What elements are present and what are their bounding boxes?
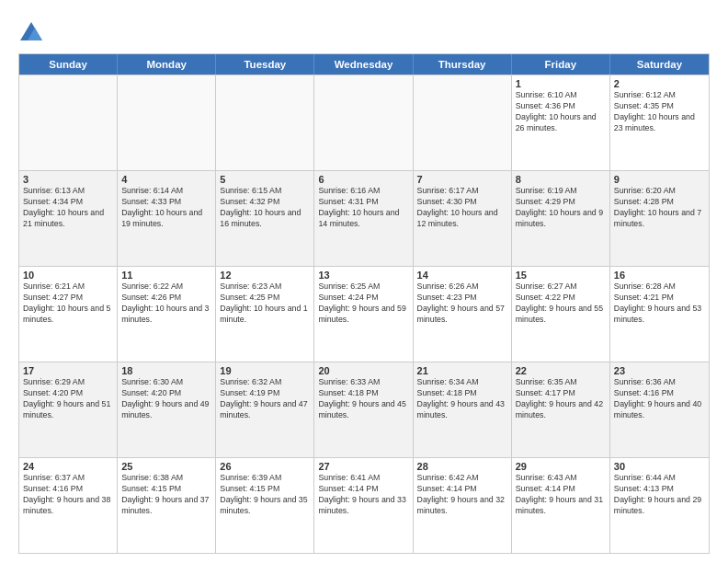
day-number: 23 (614, 365, 705, 376)
calendar-cell-2-4: 14Sunrise: 6:26 AMSunset: 4:23 PMDayligh… (414, 267, 512, 362)
day-info: Sunrise: 6:17 AMSunset: 4:30 PMDaylight:… (417, 186, 507, 230)
calendar-row-1: 3Sunrise: 6:13 AMSunset: 4:34 PMDaylight… (19, 170, 709, 266)
header-day-wednesday: Wednesday (314, 54, 413, 75)
day-number: 17 (23, 365, 113, 376)
logo-icon (18, 20, 44, 46)
calendar-cell-3-1: 18Sunrise: 6:30 AMSunset: 4:20 PMDayligh… (118, 362, 216, 457)
day-number: 27 (318, 461, 408, 472)
calendar-cell-0-1 (118, 75, 216, 170)
day-number: 22 (516, 365, 606, 376)
calendar-cell-4-4: 28Sunrise: 6:42 AMSunset: 4:14 PMDayligh… (414, 458, 512, 553)
day-info: Sunrise: 6:14 AMSunset: 4:33 PMDaylight:… (121, 186, 211, 230)
day-number: 12 (220, 270, 310, 281)
day-number: 5 (220, 174, 310, 185)
day-number: 13 (318, 270, 408, 281)
calendar-cell-3-0: 17Sunrise: 6:29 AMSunset: 4:20 PMDayligh… (19, 362, 118, 457)
day-info: Sunrise: 6:12 AMSunset: 4:35 PMDaylight:… (614, 90, 705, 134)
day-number: 21 (417, 365, 507, 376)
calendar-cell-3-4: 21Sunrise: 6:34 AMSunset: 4:18 PMDayligh… (414, 362, 512, 457)
calendar-row-3: 17Sunrise: 6:29 AMSunset: 4:20 PMDayligh… (19, 362, 709, 457)
calendar-cell-2-1: 11Sunrise: 6:22 AMSunset: 4:26 PMDayligh… (118, 267, 216, 362)
calendar-cell-0-0 (19, 75, 118, 170)
calendar-cell-0-4 (414, 75, 512, 170)
day-number: 24 (23, 461, 113, 472)
header (18, 17, 710, 46)
day-number: 4 (121, 174, 211, 185)
day-number: 28 (417, 461, 507, 472)
calendar-cell-4-6: 30Sunrise: 6:44 AMSunset: 4:13 PMDayligh… (610, 458, 709, 553)
calendar-body: 1Sunrise: 6:10 AMSunset: 4:36 PMDaylight… (19, 75, 709, 553)
day-number: 16 (614, 270, 705, 281)
day-info: Sunrise: 6:28 AMSunset: 4:21 PMDaylight:… (614, 282, 705, 326)
day-number: 3 (23, 174, 113, 185)
day-number: 11 (121, 270, 211, 281)
page: SundayMondayTuesdayWednesdayThursdayFrid… (0, 0, 728, 563)
day-info: Sunrise: 6:26 AMSunset: 4:23 PMDaylight:… (417, 282, 507, 326)
calendar-cell-4-5: 29Sunrise: 6:43 AMSunset: 4:14 PMDayligh… (512, 458, 610, 553)
day-info: Sunrise: 6:32 AMSunset: 4:19 PMDaylight:… (220, 377, 310, 421)
calendar-cell-1-1: 4Sunrise: 6:14 AMSunset: 4:33 PMDaylight… (118, 171, 216, 266)
day-info: Sunrise: 6:35 AMSunset: 4:17 PMDaylight:… (516, 377, 606, 421)
calendar-cell-0-3 (314, 75, 413, 170)
day-info: Sunrise: 6:10 AMSunset: 4:36 PMDaylight:… (516, 90, 606, 134)
day-number: 14 (417, 270, 507, 281)
day-info: Sunrise: 6:15 AMSunset: 4:32 PMDaylight:… (220, 186, 310, 230)
calendar-cell-2-6: 16Sunrise: 6:28 AMSunset: 4:21 PMDayligh… (610, 267, 709, 362)
calendar-cell-3-3: 20Sunrise: 6:33 AMSunset: 4:18 PMDayligh… (314, 362, 413, 457)
calendar-cell-1-5: 8Sunrise: 6:19 AMSunset: 4:29 PMDaylight… (512, 171, 610, 266)
calendar-cell-3-6: 23Sunrise: 6:36 AMSunset: 4:16 PMDayligh… (610, 362, 709, 457)
calendar-cell-3-2: 19Sunrise: 6:32 AMSunset: 4:19 PMDayligh… (216, 362, 314, 457)
day-number: 30 (614, 461, 705, 472)
calendar-cell-2-0: 10Sunrise: 6:21 AMSunset: 4:27 PMDayligh… (19, 267, 118, 362)
day-number: 10 (23, 270, 113, 281)
day-info: Sunrise: 6:34 AMSunset: 4:18 PMDaylight:… (417, 377, 507, 421)
calendar: SundayMondayTuesdayWednesdayThursdayFrid… (18, 53, 710, 554)
header-day-tuesday: Tuesday (216, 54, 314, 75)
header-day-saturday: Saturday (610, 54, 709, 75)
calendar-cell-0-5: 1Sunrise: 6:10 AMSunset: 4:36 PMDaylight… (512, 75, 610, 170)
day-number: 25 (121, 461, 211, 472)
day-info: Sunrise: 6:42 AMSunset: 4:14 PMDaylight:… (417, 473, 507, 517)
header-day-monday: Monday (118, 54, 216, 75)
calendar-cell-1-2: 5Sunrise: 6:15 AMSunset: 4:32 PMDaylight… (216, 171, 314, 266)
calendar-cell-0-2 (216, 75, 314, 170)
calendar-row-2: 10Sunrise: 6:21 AMSunset: 4:27 PMDayligh… (19, 266, 709, 362)
day-info: Sunrise: 6:29 AMSunset: 4:20 PMDaylight:… (23, 377, 113, 421)
day-info: Sunrise: 6:21 AMSunset: 4:27 PMDaylight:… (23, 282, 113, 326)
day-number: 6 (318, 174, 408, 185)
day-info: Sunrise: 6:41 AMSunset: 4:14 PMDaylight:… (318, 473, 408, 517)
day-number: 26 (220, 461, 310, 472)
day-info: Sunrise: 6:22 AMSunset: 4:26 PMDaylight:… (121, 282, 211, 326)
calendar-cell-1-0: 3Sunrise: 6:13 AMSunset: 4:34 PMDaylight… (19, 171, 118, 266)
header-day-sunday: Sunday (19, 54, 118, 75)
day-number: 2 (614, 78, 705, 89)
calendar-row-0: 1Sunrise: 6:10 AMSunset: 4:36 PMDaylight… (19, 75, 709, 170)
day-number: 9 (614, 174, 705, 185)
day-info: Sunrise: 6:38 AMSunset: 4:15 PMDaylight:… (121, 473, 211, 517)
day-info: Sunrise: 6:44 AMSunset: 4:13 PMDaylight:… (614, 473, 705, 517)
day-number: 1 (516, 78, 606, 89)
day-number: 8 (516, 174, 606, 185)
day-info: Sunrise: 6:27 AMSunset: 4:22 PMDaylight:… (516, 282, 606, 326)
day-info: Sunrise: 6:30 AMSunset: 4:20 PMDaylight:… (121, 377, 211, 421)
day-info: Sunrise: 6:13 AMSunset: 4:34 PMDaylight:… (23, 186, 113, 230)
day-number: 18 (121, 365, 211, 376)
calendar-cell-1-4: 7Sunrise: 6:17 AMSunset: 4:30 PMDaylight… (414, 171, 512, 266)
calendar-cell-1-6: 9Sunrise: 6:20 AMSunset: 4:28 PMDaylight… (610, 171, 709, 266)
calendar-cell-4-1: 25Sunrise: 6:38 AMSunset: 4:15 PMDayligh… (118, 458, 216, 553)
calendar-cell-4-3: 27Sunrise: 6:41 AMSunset: 4:14 PMDayligh… (314, 458, 413, 553)
day-info: Sunrise: 6:39 AMSunset: 4:15 PMDaylight:… (220, 473, 310, 517)
day-info: Sunrise: 6:23 AMSunset: 4:25 PMDaylight:… (220, 282, 310, 326)
calendar-cell-3-5: 22Sunrise: 6:35 AMSunset: 4:17 PMDayligh… (512, 362, 610, 457)
day-info: Sunrise: 6:19 AMSunset: 4:29 PMDaylight:… (516, 186, 606, 230)
day-info: Sunrise: 6:36 AMSunset: 4:16 PMDaylight:… (614, 377, 705, 421)
day-number: 29 (516, 461, 606, 472)
day-number: 15 (516, 270, 606, 281)
calendar-row-4: 24Sunrise: 6:37 AMSunset: 4:16 PMDayligh… (19, 457, 709, 553)
day-info: Sunrise: 6:33 AMSunset: 4:18 PMDaylight:… (318, 377, 408, 421)
day-number: 20 (318, 365, 408, 376)
day-info: Sunrise: 6:43 AMSunset: 4:14 PMDaylight:… (516, 473, 606, 517)
day-number: 7 (417, 174, 507, 185)
day-info: Sunrise: 6:16 AMSunset: 4:31 PMDaylight:… (318, 186, 408, 230)
calendar-header: SundayMondayTuesdayWednesdayThursdayFrid… (19, 54, 709, 75)
